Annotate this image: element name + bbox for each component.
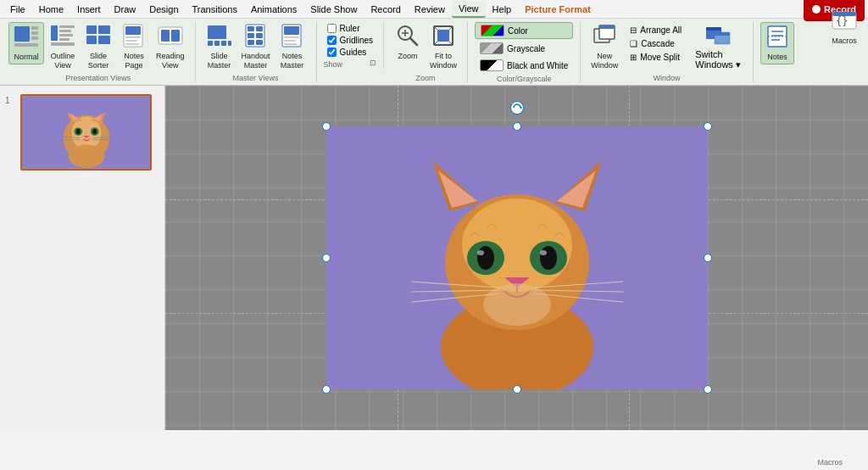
menu-help[interactable]: Help xyxy=(486,2,519,17)
reading-view-label: ReadingView xyxy=(156,52,185,70)
svg-rect-4 xyxy=(14,43,38,47)
menu-view[interactable]: View xyxy=(452,1,486,18)
macros-icon: {} xyxy=(831,8,858,35)
svg-rect-34 xyxy=(256,40,263,45)
presentation-views-label: Presentation Views xyxy=(65,74,131,82)
canvas-background xyxy=(165,86,868,430)
slide-sorter-icon xyxy=(85,24,112,50)
gridlines-check[interactable] xyxy=(327,36,337,45)
slide-panel: 1 xyxy=(0,86,165,430)
outline-view-button[interactable]: OutlineView xyxy=(46,22,80,72)
svg-rect-32 xyxy=(256,33,263,38)
svg-rect-0 xyxy=(14,26,30,42)
reading-view-icon xyxy=(157,24,184,50)
menu-design[interactable]: Design xyxy=(142,2,185,17)
new-window-icon xyxy=(593,24,616,50)
fit-to-window-button[interactable]: Fit toWindow xyxy=(426,22,460,72)
svg-rect-52 xyxy=(715,32,730,36)
zoom-button[interactable]: Zoom xyxy=(391,22,425,63)
handle-bottom-right[interactable] xyxy=(704,385,712,394)
image-container[interactable] xyxy=(326,126,708,389)
handle-bottom-left[interactable] xyxy=(322,385,331,394)
svg-rect-3 xyxy=(31,36,38,40)
ruler-check[interactable] xyxy=(327,24,337,33)
menu-transitions[interactable]: Transitions xyxy=(186,2,244,17)
menu-insert[interactable]: Insert xyxy=(70,2,108,17)
image-box[interactable] xyxy=(326,126,708,389)
menu-home[interactable]: Home xyxy=(32,2,70,17)
svg-rect-1 xyxy=(31,26,38,30)
handle-top-center[interactable] xyxy=(513,122,521,131)
grayscale-button[interactable]: Grayscale xyxy=(475,41,573,56)
cascade-button[interactable]: ❑ Cascade xyxy=(625,37,687,50)
svg-rect-24 xyxy=(208,41,213,46)
handle-middle-right[interactable] xyxy=(704,254,712,262)
slide-master-button[interactable]: SlideMaster xyxy=(203,22,236,72)
handle-bottom-center[interactable] xyxy=(513,385,521,394)
move-split-button[interactable]: ⊞ Move Split xyxy=(625,51,687,64)
svg-point-71 xyxy=(92,129,97,134)
cascade-icon: ❑ xyxy=(630,39,637,48)
notes-page-label: NotesPage xyxy=(124,52,144,70)
guides-checkbox[interactable]: Guides xyxy=(327,48,373,57)
normal-view-button[interactable]: Normal xyxy=(8,22,44,64)
macros-button[interactable]: {} Macros xyxy=(827,7,861,48)
menu-file[interactable]: File xyxy=(3,2,32,17)
svg-rect-26 xyxy=(221,41,226,46)
zoom-group: Zoom Fit toWindow xyxy=(387,22,468,82)
notes-button[interactable]: Notes xyxy=(760,22,794,64)
slide-1-thumbnail[interactable] xyxy=(20,94,152,171)
svg-rect-51 xyxy=(706,27,721,31)
guides-check[interactable] xyxy=(327,48,337,57)
thumbnail-cat-svg xyxy=(22,96,150,169)
menu-record[interactable]: Record xyxy=(364,2,407,17)
slide-sorter-button[interactable]: SlideSorter xyxy=(81,22,115,72)
ruler-checkbox[interactable]: Ruler xyxy=(327,24,373,33)
gridlines-checkbox[interactable]: Gridlines xyxy=(327,36,373,45)
show-checkboxes: Ruler Gridlines Guides xyxy=(324,22,376,59)
menu-picture-format[interactable]: Picture Format xyxy=(518,2,598,17)
svg-rect-18 xyxy=(125,40,137,42)
presentation-views-group: Normal OutlineView xyxy=(5,22,196,82)
slide-1-number: 1 xyxy=(5,96,17,105)
handout-master-button[interactable]: HandoutMaster xyxy=(238,22,274,72)
menu-animations[interactable]: Animations xyxy=(244,2,303,17)
slide-thumb-inner xyxy=(22,96,150,169)
reading-view-button[interactable]: ReadingView xyxy=(153,22,188,72)
slide-sorter-label: SlideSorter xyxy=(88,52,109,70)
slide-1-wrapper: 1 xyxy=(5,94,159,171)
svg-point-70 xyxy=(76,129,81,134)
svg-rect-8 xyxy=(59,34,73,36)
handle-top-right[interactable] xyxy=(704,122,712,131)
switch-windows-icon xyxy=(704,24,732,49)
normal-view-label: Normal xyxy=(14,53,38,62)
svg-rect-36 xyxy=(284,26,299,35)
menu-slideshow[interactable]: Slide Show xyxy=(303,2,364,17)
menu-draw[interactable]: Draw xyxy=(108,2,143,17)
rotate-handle[interactable] xyxy=(510,101,524,115)
menu-review[interactable]: Review xyxy=(408,2,452,17)
record-icon xyxy=(812,5,821,14)
handle-middle-left[interactable] xyxy=(322,254,331,262)
zoom-icon xyxy=(396,24,420,50)
svg-rect-25 xyxy=(214,41,220,46)
svg-marker-78 xyxy=(520,106,522,109)
fit-to-window-icon xyxy=(431,24,455,50)
notes-master-button[interactable]: NotesMaster xyxy=(275,22,309,72)
svg-rect-53 xyxy=(768,26,787,47)
notes-icon xyxy=(765,25,789,51)
ribbon: Normal OutlineView xyxy=(0,19,868,86)
show-label: Show xyxy=(324,60,343,69)
black-and-white-button[interactable]: Black and White xyxy=(475,58,573,73)
color-button[interactable]: Color xyxy=(475,22,573,39)
arrange-all-button[interactable]: ⊟ Arrange All xyxy=(625,24,687,36)
notes-page-button[interactable]: NotesPage xyxy=(117,22,151,72)
switch-windows-button[interactable]: SwitchWindows ▾ xyxy=(690,22,746,72)
show-expand-icon[interactable]: ⊡ xyxy=(370,59,376,67)
handle-top-left[interactable] xyxy=(322,122,331,131)
arrange-all-label: Arrange All xyxy=(640,25,682,35)
new-window-button[interactable]: NewWindow xyxy=(587,22,621,72)
svg-rect-38 xyxy=(284,40,296,42)
cat-image-svg xyxy=(326,126,708,389)
svg-rect-14 xyxy=(98,36,110,44)
